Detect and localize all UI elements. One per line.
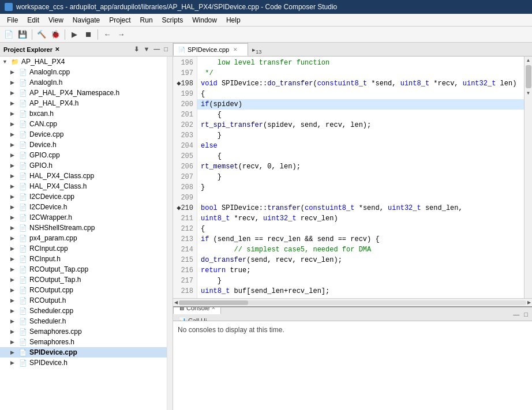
menu-item-run[interactable]: Run	[136, 15, 158, 25]
menu-item-edit[interactable]: Edit	[23, 15, 44, 25]
editor-tab-SPIDevice-cpp[interactable]: 📄SPIDevice.cpp✕	[173, 43, 248, 56]
tree-item-GPIO-cpp[interactable]: ▶📄GPIO.cpp	[0, 150, 167, 160]
code-line-199: {	[197, 89, 524, 99]
tree-item-RCOutput-Tap-cpp[interactable]: ▶📄RCOutput_Tap.cpp	[0, 264, 167, 274]
bottom-tab-close[interactable]: ✕	[211, 307, 216, 311]
menu-item-navigate[interactable]: Navigate	[68, 15, 104, 25]
tree-label: RCInput.cpp	[29, 245, 68, 253]
tree-item-RCOutput-cpp[interactable]: ▶📄RCOutput.cpp	[0, 285, 167, 295]
scroll-down-btn[interactable]: ▼	[525, 89, 532, 97]
app-icon	[5, 3, 13, 11]
line-num-198: ◆198	[173, 78, 197, 89]
toolbar-build[interactable]: 🔨	[35, 28, 48, 41]
tree-label: Semaphores.cpp	[29, 328, 82, 336]
h-scroll-thumb[interactable]	[179, 300, 248, 305]
menu-item-view[interactable]: View	[44, 15, 68, 25]
tree-item-NSHShellStream-cpp[interactable]: ▶📄NSHShellStream.cpp	[0, 223, 167, 233]
tree-item-Semaphores-h[interactable]: ▶📄Semaphores.h	[0, 337, 167, 347]
tree-item-AnalogIn-h[interactable]: ▶📄AnalogIn.h	[0, 77, 167, 88]
pe-header-icons: ⬇ ▼ — □	[133, 45, 169, 54]
code-line-200: if(spidev)	[197, 99, 524, 110]
tree-item-RCOutput-Tap-h[interactable]: ▶📄RCOutput_Tap.h	[0, 274, 167, 285]
tree-label: GPIO.cpp	[29, 151, 60, 159]
bottom-tab-Call-Hi---[interactable]: 📊Call Hi...	[173, 314, 221, 322]
tree-item-Device-h[interactable]: ▶📄Device.h	[0, 140, 167, 150]
tree-item-HAL-PX4-Class-h[interactable]: ▶📄HAL_PX4_Class.h	[0, 181, 167, 191]
code-content[interactable]: low level transfer function */void SPIDe…	[197, 57, 524, 298]
line-num-213: 213	[173, 234, 197, 245]
tree-item-HAL-PX4-Class-cpp[interactable]: ▶📄HAL_PX4_Class.cpp	[0, 171, 167, 181]
tab-overflow[interactable]: ▸13	[249, 45, 265, 56]
line-num-202: 202	[173, 120, 197, 130]
scroll-thumb[interactable]	[526, 65, 531, 88]
pe-maximize-icon[interactable]: □	[163, 45, 169, 54]
tree-label: AnalogIn.h	[29, 78, 62, 86]
tree-item-root[interactable]: ▼ 📁 AP_HAL_PX4	[0, 57, 167, 67]
tree-item-AP-HAL-PX4-Namespace-h[interactable]: ▶📄AP_HAL_PX4_Namespace.h	[0, 88, 167, 98]
code-comment: low level transfer function	[201, 58, 329, 68]
tree-label: RCOutput.cpp	[29, 286, 73, 294]
toolbar-run[interactable]: ▶	[68, 28, 81, 41]
menu-item-file[interactable]: File	[2, 15, 23, 25]
bp-maximize-icon[interactable]: □	[522, 310, 530, 318]
menubar: FileEditViewNavigateProjectRunScriptsWin…	[0, 14, 532, 27]
line-num-216: 216	[173, 265, 197, 276]
code-comment: // simplest case5, needed for DMA	[201, 245, 371, 255]
toolbar-debug[interactable]: 🐞	[49, 28, 62, 41]
titlebar: workspace_ccs - ardupilot_app/ardupilot/…	[0, 0, 532, 14]
tree-item-AnalogIn-cpp[interactable]: ▶📄AnalogIn.cpp	[0, 67, 167, 77]
toolbar-new[interactable]: 📄	[2, 28, 15, 41]
h-scroll-right[interactable]: ▶	[527, 300, 531, 305]
tree-children: ▶📄AnalogIn.cpp▶📄AnalogIn.h▶📄AP_HAL_PX4_N…	[0, 67, 167, 368]
h-scroll-left[interactable]: ◀	[174, 300, 178, 305]
tree-item-Semaphores-cpp[interactable]: ▶📄Semaphores.cpp	[0, 326, 167, 337]
code-line-217: }	[197, 276, 524, 286]
menu-item-window[interactable]: Window	[188, 15, 222, 25]
tree-item-I2CDevice-cpp[interactable]: ▶📄I2CDevice.cpp	[0, 191, 167, 202]
pe-close-icon[interactable]: ✕	[55, 46, 59, 52]
toolbar-stop[interactable]: ⏹	[82, 28, 95, 41]
right-scrollbar[interactable]: ▲ ▼	[524, 57, 532, 298]
bottom-content: No consoles to display at this time.	[173, 321, 532, 410]
tree-item-I2CDevice-h[interactable]: ▶📄I2CDevice.h	[0, 202, 167, 212]
bottom-tab-Console[interactable]: 🖥Console✕	[173, 307, 221, 314]
toolbar-back[interactable]: ←	[101, 28, 114, 41]
tree-item-GPIO-h[interactable]: ▶📄GPIO.h	[0, 160, 167, 171]
toolbar-forward[interactable]: →	[115, 28, 128, 41]
code-line-216: return true;	[197, 265, 524, 276]
pe-vscroll[interactable]	[167, 57, 173, 410]
bp-minimize-icon[interactable]: —	[511, 310, 521, 318]
tree-item-Device-cpp[interactable]: ▶📄Device.cpp	[0, 129, 167, 140]
tree-item-RCInput-cpp[interactable]: ▶📄RCInput.cpp	[0, 243, 167, 254]
scroll-up-btn[interactable]: ▲	[525, 57, 532, 64]
tree-arrow: ▶	[10, 204, 18, 210]
h-scrollbar[interactable]: ◀ ▶	[173, 298, 532, 306]
tree-item-I2CWrapper-h[interactable]: ▶📄I2CWrapper.h	[0, 212, 167, 223]
h-file-icon: 📄	[18, 161, 28, 170]
pe-collapse-icon[interactable]: ⬇	[133, 45, 140, 54]
tree-item-Scheduler-h[interactable]: ▶📄Scheduler.h	[0, 316, 167, 326]
pe-menu-icon[interactable]: ▼	[142, 45, 151, 54]
pe-minimize-icon[interactable]: —	[152, 45, 161, 54]
toolbar-sep-1	[32, 29, 32, 40]
menu-item-help[interactable]: Help	[222, 15, 245, 25]
pe-header: Project Explorer ✕ ⬇ ▼ — □	[0, 43, 173, 57]
tree-item-SPIDevice-cpp[interactable]: ▶📄SPIDevice.cpp	[0, 347, 167, 358]
tree-item-CAN-cpp[interactable]: ▶📄CAN.cpp	[0, 119, 167, 129]
menu-item-project[interactable]: Project	[104, 15, 135, 25]
tree-item-RCInput-h[interactable]: ▶📄RCInput.h	[0, 254, 167, 264]
tree-item-AP-HAL-PX4-h[interactable]: ▶📄AP_HAL_PX4.h	[0, 98, 167, 108]
tree-label: Semaphores.h	[29, 338, 74, 346]
menu-item-scripts[interactable]: Scripts	[158, 15, 188, 25]
toolbar-save[interactable]: 💾	[16, 28, 29, 41]
tree-item-SPIDevice-h[interactable]: ▶📄SPIDevice.h	[0, 358, 167, 368]
tree-item-Scheduler-cpp[interactable]: ▶📄Scheduler.cpp	[0, 306, 167, 316]
line-num-201: 201	[173, 110, 197, 120]
tree-label: HAL_PX4_Class.cpp	[29, 172, 94, 180]
tree-item-RCOutput-h[interactable]: ▶📄RCOutput.h	[0, 295, 167, 306]
tab-file-icon: 📄	[178, 47, 185, 53]
editor-tabs: 📋HAL.h✕📄HAL.cpp✕📄UARTDriver.cpp✕📄SPIDevi…	[173, 43, 532, 57]
tab-close-btn[interactable]: ✕	[233, 47, 238, 52]
tree-item-bxcan-h[interactable]: ▶📄bxcan.h	[0, 108, 167, 119]
tree-item-px4-param-cpp[interactable]: ▶📄px4_param.cpp	[0, 233, 167, 243]
